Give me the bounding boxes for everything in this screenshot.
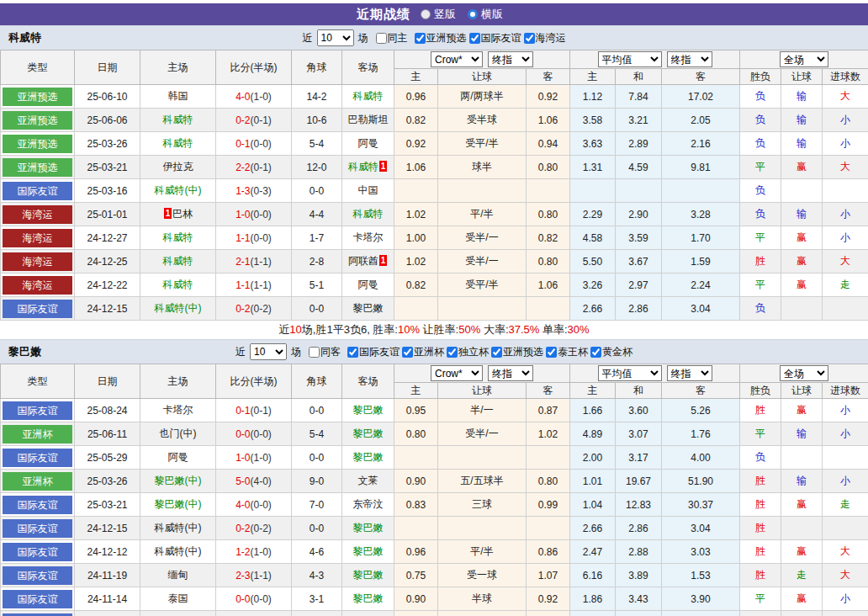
halftime-score: (0-0) xyxy=(251,499,272,511)
competition-badge: 国际友谊 xyxy=(3,300,72,318)
average-final-select[interactable]: 终指 xyxy=(667,365,712,381)
average-final-select[interactable]: 终指 xyxy=(667,51,712,67)
average-odds-draw: 3.43 xyxy=(616,587,662,611)
layout-option-horizontal[interactable]: 横版 xyxy=(468,7,503,22)
summary-segment: 37.5% xyxy=(509,323,540,336)
scope-select[interactable]: 全场 xyxy=(780,51,828,67)
same-ground-checkbox[interactable] xyxy=(376,33,387,44)
competition-filter[interactable]: 国际友谊 xyxy=(469,31,521,45)
goals-result-cell: 小 xyxy=(823,587,868,611)
team-name-text: 科威特 xyxy=(163,255,193,267)
odds-source-select[interactable]: Crow* xyxy=(431,51,483,67)
competition-checkbox[interactable] xyxy=(402,347,413,358)
average-odds-away: 51.90 xyxy=(662,470,740,493)
competition-filter[interactable]: 亚洲预选 xyxy=(491,345,543,359)
competition-checkbox[interactable] xyxy=(447,347,458,358)
odds-source-select[interactable]: Crow* xyxy=(431,365,483,381)
average-odds-draw: 2.89 xyxy=(616,132,662,156)
corner-score: 0-0 xyxy=(292,517,342,540)
home-team: 也门(中) xyxy=(140,422,216,446)
result-cell: 负 xyxy=(740,109,781,132)
team-name-text: 阿曼 xyxy=(168,451,188,463)
competition-checkbox[interactable] xyxy=(469,33,480,44)
average-odds-draw: 2.90 xyxy=(616,203,662,226)
match-date: 25-06-10 xyxy=(75,85,140,109)
odds-final-select[interactable]: 终指 xyxy=(488,51,533,67)
handicap-odds-away: 1.07 xyxy=(527,564,570,587)
competition-checkbox[interactable] xyxy=(546,347,557,358)
competition-badge: 亚洲预选 xyxy=(3,88,72,106)
odds-final-select[interactable]: 终指 xyxy=(488,365,533,381)
average-odds-away: 1.70 xyxy=(662,226,740,250)
match-date: 25-03-26 xyxy=(75,132,140,156)
competition-cell: 国际友谊 xyxy=(1,399,75,422)
team-name-text: 伊拉克 xyxy=(163,161,193,173)
match-count-select[interactable]: 10 xyxy=(250,343,287,360)
goals-result-cell xyxy=(823,517,868,540)
competition-checkbox[interactable] xyxy=(590,347,601,358)
handicap-odds-home: 0.82 xyxy=(394,109,438,132)
average-odds-draw: 3.60 xyxy=(616,399,662,422)
average-odds-away: 1.76 xyxy=(662,422,740,446)
halftime-score: (0-0) xyxy=(251,138,272,150)
handicap-result-cell xyxy=(781,297,823,321)
handicap-odds-home: 1.02 xyxy=(394,250,438,273)
average-odds-draw: 4.59 xyxy=(616,156,662,179)
fulltime-score: 5-0 xyxy=(236,475,250,487)
away-team: 阿曼 xyxy=(342,273,394,297)
layout-option-vertical[interactable]: 竖版 xyxy=(421,7,456,22)
match-count-select[interactable]: 10 xyxy=(317,29,354,46)
competition-filter[interactable]: 海湾运 xyxy=(524,31,566,45)
scope-select[interactable]: 全场 xyxy=(780,365,828,381)
team-name-text: 巴勒斯坦 xyxy=(348,114,389,125)
team-name-text: 也门(中) xyxy=(160,427,197,439)
average-odds-away: 4.12 xyxy=(662,611,740,616)
competition-checkbox[interactable] xyxy=(415,33,426,44)
competition-cell: 亚洲杯 xyxy=(1,422,75,446)
same-ground-checkbox[interactable] xyxy=(309,347,320,358)
competition-filter[interactable]: 国际友谊 xyxy=(347,345,400,359)
fulltime-score: 1-2 xyxy=(236,546,250,558)
competition-cell: 国际友谊 xyxy=(1,493,75,517)
same-ground-filter[interactable]: 同主 xyxy=(376,31,408,45)
competition-filter[interactable]: 黄金杯 xyxy=(590,345,632,359)
competition-filter[interactable]: 亚洲杯 xyxy=(402,345,444,359)
competition-badge: 国际友谊 xyxy=(3,566,72,585)
average-odds-draw: 3.59 xyxy=(616,226,662,250)
competition-checkbox[interactable] xyxy=(491,347,502,358)
team-name-text: 科威特(中) xyxy=(155,302,202,314)
competition-cell: 国际友谊 xyxy=(1,587,75,611)
handicap-line xyxy=(438,446,527,470)
home-team: 科威特 xyxy=(140,273,216,297)
away-team: 黎巴嫩1 xyxy=(342,611,394,616)
match-date: 25-01-01 xyxy=(75,203,140,226)
competition-cell: 国际友谊 xyxy=(1,179,75,203)
competition-checkbox[interactable] xyxy=(347,347,358,358)
handicap-line: 受半球 xyxy=(438,109,527,132)
vertical-radio[interactable] xyxy=(421,9,431,19)
same-ground-filter[interactable]: 同客 xyxy=(309,345,341,359)
halftime-score: (0-0) xyxy=(251,593,272,605)
match-score: 4-0(1-0) xyxy=(216,85,292,109)
competition-filter[interactable]: 亚洲预选 xyxy=(415,31,467,45)
average-odds-draw: 3.07 xyxy=(616,422,662,446)
fulltime-score: 1-3 xyxy=(236,185,250,197)
away-team: 中国 xyxy=(342,179,394,203)
competition-checkbox[interactable] xyxy=(524,33,535,44)
red-card-badge: 1 xyxy=(164,208,172,219)
result-cell: 负 xyxy=(740,203,781,226)
competition-filter[interactable]: 独立杯 xyxy=(447,345,489,359)
competition-badge: 国际友谊 xyxy=(3,449,72,467)
competition-filter[interactable]: 泰王杯 xyxy=(546,345,588,359)
result-cell: 胜 xyxy=(740,517,781,540)
matches-table: 类型日期主场比分(半场)角球客场Crow*终指平均值终指全场主让球客主和客胜负让… xyxy=(0,364,868,616)
result-cell: 负 xyxy=(740,297,781,321)
average-odds-home: 1.31 xyxy=(570,156,616,179)
average-odds-draw: 3.42 xyxy=(616,611,662,616)
average-source-select[interactable]: 平均值 xyxy=(598,51,662,67)
result-cell: 负 xyxy=(740,446,781,470)
horizontal-radio[interactable] xyxy=(468,9,478,19)
average-source-select[interactable]: 平均值 xyxy=(598,365,662,381)
corner-score: 1-7 xyxy=(292,226,342,250)
handicap-odds-away: 0.86 xyxy=(527,540,570,564)
